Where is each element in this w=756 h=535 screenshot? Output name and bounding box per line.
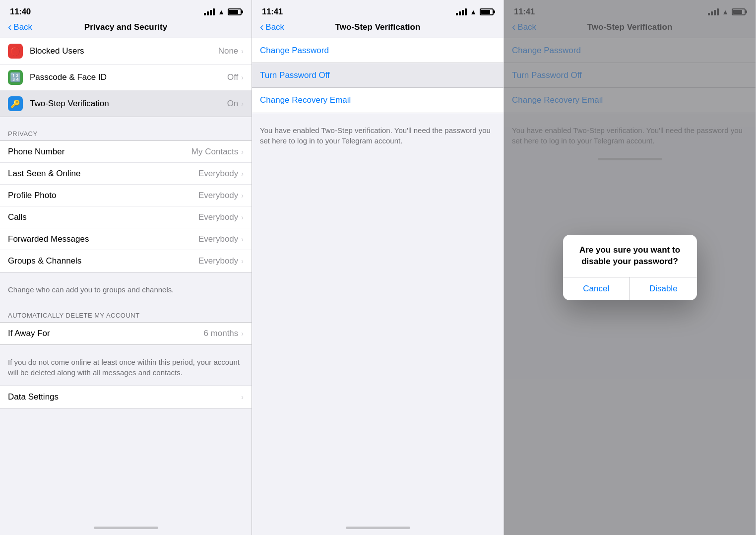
back-label-2: Back bbox=[265, 22, 284, 32]
list-item-last-seen[interactable]: Last Seen & Online Everybody › bbox=[0, 163, 252, 185]
chevron-left-icon: ‹ bbox=[8, 22, 11, 33]
delete-description: If you do not come online at least once … bbox=[0, 349, 252, 386]
dialog-body: Are you sure you want to disable your pa… bbox=[563, 235, 697, 276]
nav-title-1: Privacy and Security bbox=[84, 22, 167, 32]
nav-bar-1: ‹ Back Privacy and Security bbox=[0, 20, 252, 38]
chevron-profile: › bbox=[241, 192, 244, 200]
nav-bar-2: ‹ Back Two-Step Verification bbox=[252, 20, 504, 38]
dialog-buttons: Cancel Disable bbox=[563, 277, 697, 300]
blocked-users-label: Blocked Users bbox=[30, 46, 218, 56]
status-bar-2: 11:41 ▲ bbox=[252, 0, 504, 20]
battery-icon-2 bbox=[480, 8, 494, 15]
list-item-data-settings[interactable]: Data Settings › bbox=[0, 386, 252, 408]
status-icons-1: ▲ bbox=[204, 8, 242, 16]
confirm-dialog: Are you sure you want to disable your pa… bbox=[563, 235, 697, 300]
forwarded-label: Forwarded Messages bbox=[8, 234, 198, 244]
chevron-left-icon-2: ‹ bbox=[260, 22, 263, 33]
section-delete-header: AUTOMATICALLY DELETE MY ACCOUNT bbox=[0, 303, 252, 322]
blocked-users-value: None bbox=[218, 46, 239, 56]
tsv-turn-password-off[interactable]: Turn Password Off bbox=[252, 63, 504, 88]
profile-photo-value: Everybody bbox=[198, 191, 238, 201]
list-item-groups[interactable]: Groups & Channels Everybody › bbox=[0, 250, 252, 272]
list-item-blocked-users[interactable]: 🚫 Blocked Users None › bbox=[0, 38, 252, 65]
content-2: Change Password Turn Password Off Change… bbox=[252, 38, 504, 523]
signal-icon-2 bbox=[456, 8, 467, 15]
back-button-1[interactable]: ‹ Back bbox=[8, 22, 32, 33]
chevron-last-seen: › bbox=[241, 170, 244, 178]
settings-group-top: 🚫 Blocked Users None › 🔢 Passcode & Face… bbox=[0, 38, 252, 117]
chevron-phone: › bbox=[241, 148, 244, 156]
passcode-label: Passcode & Face ID bbox=[30, 72, 227, 82]
tsv-change-password[interactable]: Change Password bbox=[252, 38, 504, 63]
chevron-forwarded: › bbox=[241, 235, 244, 243]
list-item-profile-photo[interactable]: Profile Photo Everybody › bbox=[0, 185, 252, 206]
dialog-overlay: Are you sure you want to disable your pa… bbox=[504, 0, 756, 535]
tsv-group-2: Change Password Turn Password Off Change… bbox=[252, 38, 504, 113]
dialog-disable-button[interactable]: Disable bbox=[630, 277, 697, 300]
last-seen-value: Everybody bbox=[198, 169, 238, 179]
calls-value: Everybody bbox=[198, 212, 238, 222]
screen1: 11:40 ▲ ‹ Back Privacy and Security bbox=[0, 0, 252, 535]
status-time-1: 11:40 bbox=[10, 7, 31, 17]
list-item-passcode[interactable]: 🔢 Passcode & Face ID Off › bbox=[0, 65, 252, 91]
list-item-phone-number[interactable]: Phone Number My Contacts › bbox=[0, 141, 252, 163]
chevron-right-icon-3: › bbox=[241, 100, 244, 108]
screen2: 11:41 ▲ ‹ Back Two-Step Verification C bbox=[252, 0, 504, 535]
list-item-two-step[interactable]: 🔑 Two-Step Verification On › bbox=[0, 91, 252, 117]
wifi-icon: ▲ bbox=[218, 8, 225, 16]
away-label: If Away For bbox=[8, 329, 203, 338]
chevron-calls: › bbox=[241, 213, 244, 221]
chevron-right-icon-2: › bbox=[241, 73, 244, 81]
turn-password-off-label: Turn Password Off bbox=[260, 70, 330, 80]
list-item-away[interactable]: If Away For 6 months › bbox=[0, 323, 252, 344]
two-step-icon: 🔑 bbox=[8, 96, 23, 111]
data-settings-group: Data Settings › bbox=[0, 386, 252, 408]
forwarded-value: Everybody bbox=[198, 234, 238, 244]
chevron-away: › bbox=[241, 330, 244, 337]
away-value: 6 months bbox=[203, 329, 238, 338]
privacy-group: Phone Number My Contacts › Last Seen & O… bbox=[0, 140, 252, 272]
two-step-value: On bbox=[227, 99, 239, 109]
change-password-label: Change Password bbox=[260, 46, 329, 56]
status-bar-1: 11:40 ▲ bbox=[0, 0, 252, 20]
tsv-description-2: You have enabled Two-Step verification. … bbox=[252, 117, 504, 154]
back-label-1: Back bbox=[13, 22, 32, 32]
phone-number-value: My Contacts bbox=[191, 147, 238, 157]
battery-icon bbox=[228, 8, 242, 15]
dialog-title: Are you sure you want to disable your pa… bbox=[573, 245, 687, 267]
wifi-icon-2: ▲ bbox=[470, 8, 477, 16]
status-time-2: 11:41 bbox=[262, 7, 283, 17]
chevron-data: › bbox=[241, 393, 244, 401]
data-settings-label: Data Settings bbox=[8, 392, 241, 402]
passcode-value: Off bbox=[227, 72, 238, 82]
last-seen-label: Last Seen & Online bbox=[8, 169, 198, 179]
groups-value: Everybody bbox=[198, 256, 238, 266]
nav-title-2: Two-Step Verification bbox=[335, 22, 421, 32]
delete-group: If Away For 6 months › bbox=[0, 322, 252, 345]
groups-description: Change who can add you to groups and cha… bbox=[0, 276, 252, 303]
section-privacy-header: PRIVACY bbox=[0, 121, 252, 140]
phone-number-label: Phone Number bbox=[8, 147, 191, 157]
back-button-2[interactable]: ‹ Back bbox=[260, 22, 284, 33]
chevron-right-icon: › bbox=[241, 47, 244, 55]
list-item-forwarded[interactable]: Forwarded Messages Everybody › bbox=[0, 228, 252, 250]
screen3: 11:41 ▲ ‹ Back Two-Step Verificatio bbox=[504, 0, 756, 535]
chevron-groups: › bbox=[241, 257, 244, 265]
home-indicator-2 bbox=[252, 523, 504, 535]
content-1: 🚫 Blocked Users None › 🔢 Passcode & Face… bbox=[0, 38, 252, 523]
calls-label: Calls bbox=[8, 212, 198, 222]
signal-icon bbox=[204, 8, 215, 15]
home-indicator-1 bbox=[0, 523, 252, 535]
two-step-label: Two-Step Verification bbox=[30, 99, 227, 109]
tsv-change-recovery[interactable]: Change Recovery Email bbox=[252, 88, 504, 113]
blocked-users-icon: 🚫 bbox=[8, 44, 23, 59]
change-recovery-label: Change Recovery Email bbox=[260, 95, 351, 105]
dialog-cancel-button[interactable]: Cancel bbox=[563, 277, 630, 300]
passcode-icon: 🔢 bbox=[8, 70, 23, 85]
status-icons-2: ▲ bbox=[456, 8, 494, 16]
profile-photo-label: Profile Photo bbox=[8, 191, 198, 201]
groups-label: Groups & Channels bbox=[8, 256, 198, 266]
list-item-calls[interactable]: Calls Everybody › bbox=[0, 206, 252, 228]
